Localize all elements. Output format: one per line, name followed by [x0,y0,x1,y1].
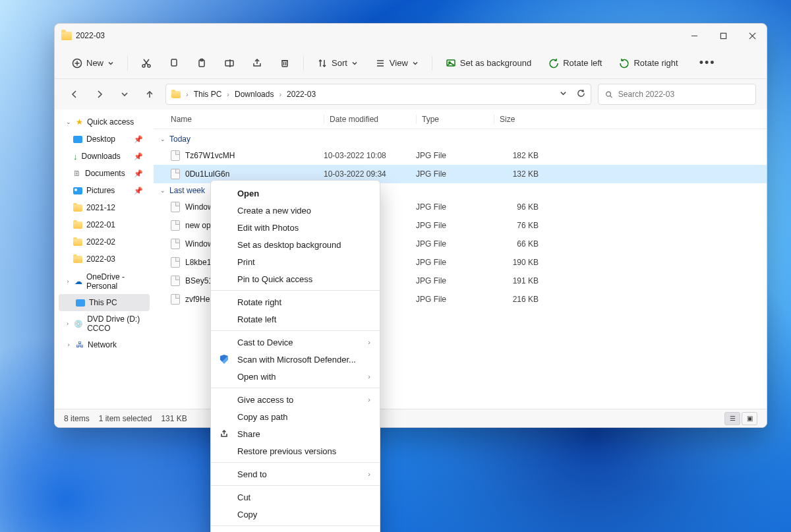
file-icon [171,276,180,286]
cut-button[interactable] [134,55,158,72]
column-type[interactable]: Type [416,115,494,124]
rotate-left-button[interactable]: Rotate left [542,55,608,72]
sidebar-item-folder[interactable]: 2022-03 [59,251,150,268]
context-menu-item[interactable]: Copy [211,506,380,523]
maximize-button[interactable] [718,30,728,41]
file-size: 182 KB [494,151,545,160]
search-box[interactable] [598,84,756,105]
context-menu-item[interactable]: Share [211,425,380,442]
context-menu-item[interactable]: Rotate right [211,293,380,310]
sidebar-item-folder[interactable]: 2022-01 [59,216,150,233]
file-icon [171,169,180,179]
new-button[interactable]: New [65,55,121,72]
breadcrumb-seg[interactable]: Downloads [235,90,274,99]
sidebar-item-downloads[interactable]: ↓Downloads📌 [59,148,150,165]
breadcrumb-seg[interactable]: This PC [194,90,222,99]
forward-button[interactable] [90,85,109,103]
rename-button[interactable] [218,55,241,72]
chevron-down-icon: ⌄ [160,136,165,142]
up-button[interactable] [140,85,159,103]
context-menu-item[interactable]: Scan with Microsoft Defender... [211,351,380,368]
svg-point-28 [606,92,611,96]
view-details-button[interactable]: ☰ [724,412,740,425]
chevron-right-icon: › [368,470,370,478]
sidebar-item-pictures[interactable]: Pictures📌 [59,182,150,199]
group-header[interactable]: ⌄Today [154,132,767,146]
command-bar: New Sort View Set as background Rotate l… [55,47,767,79]
nav-row: › This PC › Downloads › 2022-03 [55,79,767,109]
file-date: 10-03-2022 09:34 [324,169,416,179]
context-menu-item[interactable]: Open with› [211,368,380,385]
shield-icon [219,354,229,365]
context-menu-item[interactable]: Print [211,253,380,270]
back-button[interactable] [65,85,84,103]
context-menu-item[interactable]: Cast to Device› [211,334,380,351]
folder-icon [73,222,82,229]
context-menu-item[interactable]: Send to› [211,465,380,483]
sidebar-item-folder[interactable]: 2021-12 [59,199,150,216]
paste-button[interactable] [190,55,214,72]
address-bar[interactable]: › This PC › Downloads › 2022-03 [165,84,591,105]
chevron-right-icon: › [65,341,72,348]
sidebar-dvd-drive[interactable]: ›💿DVD Drive (D:) CCCO [59,315,150,332]
recent-locations-button[interactable] [115,85,134,103]
context-menu-separator [211,388,380,388]
context-menu-item[interactable]: Cut [211,488,380,506]
file-name: Window [185,239,214,249]
file-row[interactable]: Tz67W1vcMH10-03-2022 10:08JPG File182 KB [154,146,767,165]
context-menu-item[interactable]: Create a new video [211,202,380,219]
sidebar-item-desktop[interactable]: Desktop📌 [59,131,150,148]
delete-button[interactable] [273,55,297,72]
minimize-button[interactable] [689,30,699,41]
view-button[interactable]: View [368,55,425,72]
set-background-button[interactable]: Set as background [439,55,538,72]
column-date[interactable]: Date modified [324,115,416,124]
file-size: 96 KB [494,202,545,212]
pin-icon: 📌 [134,152,143,161]
context-menu-item[interactable]: Pin to Quick access [211,270,380,287]
star-icon: ★ [76,117,83,127]
context-menu-item[interactable]: Copy as path [211,408,380,425]
rotate-right-button[interactable]: Rotate right [612,55,684,72]
context-menu-separator [211,330,380,331]
sidebar-onedrive[interactable]: ›☁OneDrive - Personal [59,273,150,290]
sidebar-this-pc[interactable]: ›This PC [59,294,150,311]
search-icon [605,90,613,99]
sidebar-quick-access[interactable]: ⌄ ★ Quick access [59,113,150,131]
close-button[interactable] [747,30,757,41]
file-size: 191 KB [494,276,545,285]
context-menu-item[interactable]: Restore previous versions [211,442,380,459]
chevron-right-icon: › [279,90,281,98]
refresh-button[interactable] [577,89,585,100]
file-icon [171,257,180,268]
column-size[interactable]: Size [494,115,545,124]
column-name[interactable]: Name [171,115,324,124]
sort-button[interactable]: Sort [310,55,365,72]
desktop-icon [73,136,82,143]
file-type: JPG File [416,276,494,285]
context-menu-item[interactable]: Rotate left [211,310,380,328]
file-date: 10-03-2022 10:08 [324,151,416,160]
context-menu-item[interactable]: Edit with Photos [211,219,380,236]
search-input[interactable] [618,90,749,99]
breadcrumb-seg[interactable]: 2022-03 [287,90,316,99]
context-menu-item[interactable]: Set as desktop background [211,236,380,253]
status-selected: 1 item selected [99,414,152,423]
svg-rect-1 [720,33,726,38]
sidebar-label: OneDrive - Personal [86,272,143,291]
share-button[interactable] [245,55,269,72]
context-menu-label: Print [237,257,255,267]
view-icons-button[interactable]: ▣ [742,412,757,425]
context-menu-item[interactable]: Open [211,185,380,202]
more-button[interactable]: ••• [689,53,726,73]
network-icon: 🖧 [76,340,84,349]
sidebar-network[interactable]: ›🖧Network [59,336,150,353]
sidebar-item-folder[interactable]: 2022-02 [59,233,150,251]
address-dropdown-button[interactable] [559,89,568,100]
file-icon [171,202,180,212]
file-icon [171,220,180,231]
sidebar-item-documents[interactable]: 🗎Documents📌 [59,165,150,182]
context-menu-item[interactable]: Create shortcut [211,529,380,532]
copy-button[interactable] [162,55,186,72]
context-menu-item[interactable]: Give access to› [211,391,380,408]
